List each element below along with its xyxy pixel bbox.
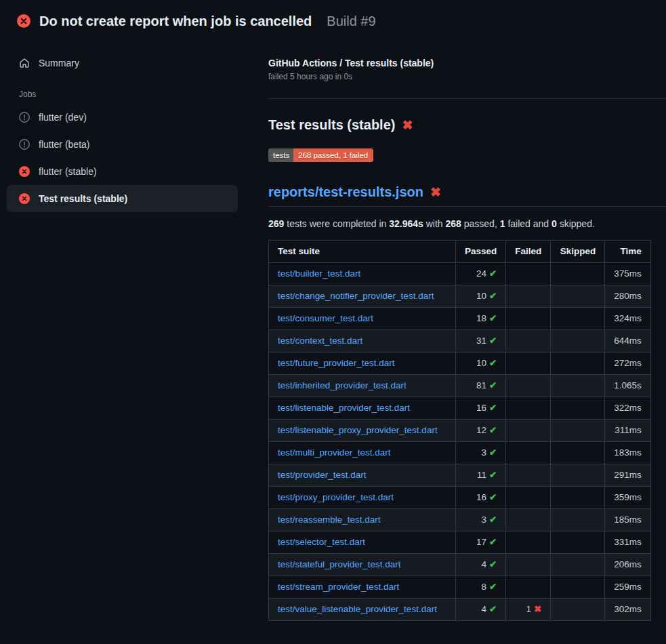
check-icon: ✔ xyxy=(489,559,497,569)
sidebar-item-flutter-dev[interactable]: flutter (dev) xyxy=(7,104,238,131)
table-row: test/listenable_proxy_provider_test.dart… xyxy=(269,420,651,442)
run-title: Do not create report when job is cancell… xyxy=(39,14,312,29)
test-suite-link[interactable]: test/value_listenable_provider_test.dart xyxy=(278,604,437,614)
check-icon: ✔ xyxy=(489,291,497,301)
failed-value: 1 xyxy=(526,604,531,614)
check-icon: ✔ xyxy=(489,403,497,413)
check-icon: ✔ xyxy=(489,447,497,458)
passed-value: 3 xyxy=(481,515,486,525)
test-suite-link[interactable]: test/listenable_provider_test.dart xyxy=(278,403,410,413)
sidebar-item-flutter-beta[interactable]: flutter (beta) xyxy=(7,131,238,158)
check-icon: ✔ xyxy=(489,380,497,390)
run-header: Do not create report when job is cancell… xyxy=(0,0,666,38)
test-suite-link[interactable]: test/consumer_test.dart xyxy=(278,313,373,323)
sidebar-item-summary[interactable]: Summary xyxy=(7,49,238,77)
passed-value: 24 xyxy=(476,268,486,279)
alert-circle-icon xyxy=(19,112,30,123)
test-suite-link[interactable]: test/stream_provider_test.dart xyxy=(278,582,399,592)
time-value: 359ms xyxy=(605,487,651,509)
table-row: test/stream_provider_test.dart8✔259ms xyxy=(269,576,651,599)
x-circle-icon xyxy=(19,193,30,204)
summary-text: tests were completed in xyxy=(284,218,389,229)
time-value: 1.065s xyxy=(605,375,651,397)
passed-value: 3 xyxy=(481,447,486,458)
home-icon xyxy=(19,58,30,68)
check-run-title-text: Test results (stable) xyxy=(268,116,395,134)
test-suite-link[interactable]: test/reassemble_test.dart xyxy=(278,515,381,525)
passed-value: 11 xyxy=(477,470,486,480)
table-row: test/inherited_provider_test.dart81✔1.06… xyxy=(269,375,651,397)
badge-label: tests xyxy=(268,148,293,162)
total-time: 32.964s xyxy=(389,218,423,229)
sidebar-item-test-results-stable[interactable]: Test results (stable) xyxy=(7,185,238,212)
sidebar-summary-label: Summary xyxy=(39,58,79,68)
passed-value: 81 xyxy=(476,380,486,390)
time-value: 259ms xyxy=(605,576,651,599)
summary-text: failed and xyxy=(505,218,552,229)
check-icon: ✔ xyxy=(489,492,497,502)
table-row: test/future_provider_test.dart10✔272ms xyxy=(269,353,651,375)
test-suite-link[interactable]: test/future_provider_test.dart xyxy=(278,358,395,368)
summary-text: skipped. xyxy=(557,218,595,229)
passed-value: 8 xyxy=(481,582,486,592)
passed-value: 12 xyxy=(476,425,486,435)
check-icon: ✔ xyxy=(489,582,497,592)
passed-value: 10 xyxy=(476,291,486,301)
report-heading: reports/test-results.json ✖ xyxy=(268,183,666,207)
job-label: flutter (stable) xyxy=(39,166,97,177)
check-icon: ✔ xyxy=(489,336,497,346)
test-suite-link[interactable]: test/provider_test.dart xyxy=(278,470,367,480)
passed-value: 10 xyxy=(476,358,486,368)
x-mark-icon: ✖ xyxy=(534,604,541,614)
test-suite-link[interactable]: test/selector_test.dart xyxy=(278,537,365,547)
passed-value: 18 xyxy=(476,313,486,323)
job-label: Test results (stable) xyxy=(39,193,127,204)
table-row: test/consumer_test.dart18✔324ms xyxy=(269,308,651,330)
passed-value: 16 xyxy=(476,403,486,413)
table-row: test/selector_test.dart17✔331ms xyxy=(269,531,651,554)
x-mark-icon: ✖ xyxy=(430,186,441,199)
time-value: 280ms xyxy=(605,285,651,308)
test-suite-link[interactable]: test/proxy_provider_test.dart xyxy=(278,492,394,502)
header-divider xyxy=(268,98,666,99)
test-suite-link[interactable]: test/stateful_provider_test.dart xyxy=(278,559,401,569)
skipped-count: 0 xyxy=(551,218,557,229)
table-row: test/reassemble_test.dart3✔185ms xyxy=(269,509,651,531)
time-value: 206ms xyxy=(605,554,651,576)
time-value: 291ms xyxy=(605,464,651,487)
check-icon: ✔ xyxy=(489,268,497,279)
test-suite-link[interactable]: test/inherited_provider_test.dart xyxy=(278,380,407,390)
passed-value: 17 xyxy=(476,537,486,547)
time-value: 324ms xyxy=(605,308,651,330)
time-value: 311ms xyxy=(605,420,651,442)
time-value: 272ms xyxy=(605,353,651,375)
check-run-title: Test results (stable) ✖ xyxy=(268,116,666,134)
build-number: Build #9 xyxy=(327,14,375,29)
jobs-list: flutter (dev)flutter (beta)flutter (stab… xyxy=(0,104,257,212)
test-suite-link[interactable]: test/builder_test.dart xyxy=(278,268,360,279)
test-suite-link[interactable]: test/listenable_proxy_provider_test.dart xyxy=(278,425,438,435)
test-suite-link[interactable]: test/context_test.dart xyxy=(278,336,362,346)
column-header-passed: Passed xyxy=(456,241,506,263)
test-suite-link[interactable]: test/multi_provider_test.dart xyxy=(278,447,391,458)
passed-value: 4 xyxy=(481,559,486,569)
check-icon: ✔ xyxy=(489,604,497,614)
check-icon: ✔ xyxy=(489,515,497,525)
x-mark-icon: ✖ xyxy=(402,119,413,132)
test-suite-link[interactable]: test/change_notifier_provider_test.dart xyxy=(278,291,434,301)
passed-value: 16 xyxy=(476,492,486,502)
check-icon: ✔ xyxy=(489,425,497,435)
passed-value: 31 xyxy=(476,336,486,346)
check-icon: ✔ xyxy=(489,537,497,547)
time-value: 322ms xyxy=(605,397,651,420)
summary-text: with xyxy=(423,218,446,229)
test-results-table: Test suitePassedFailedSkippedTime test/b… xyxy=(268,240,651,621)
job-label: flutter (dev) xyxy=(39,112,87,123)
column-header-skipped: Skipped xyxy=(551,241,605,263)
table-row: test/change_notifier_provider_test.dart1… xyxy=(269,285,651,308)
time-value: 183ms xyxy=(605,442,651,464)
job-status-line: failed 5 hours ago in 0s xyxy=(268,71,666,82)
report-file-link[interactable]: reports/test-results.json xyxy=(268,183,423,201)
sidebar-item-flutter-stable[interactable]: flutter (stable) xyxy=(7,158,238,185)
total-count: 269 xyxy=(268,218,284,229)
